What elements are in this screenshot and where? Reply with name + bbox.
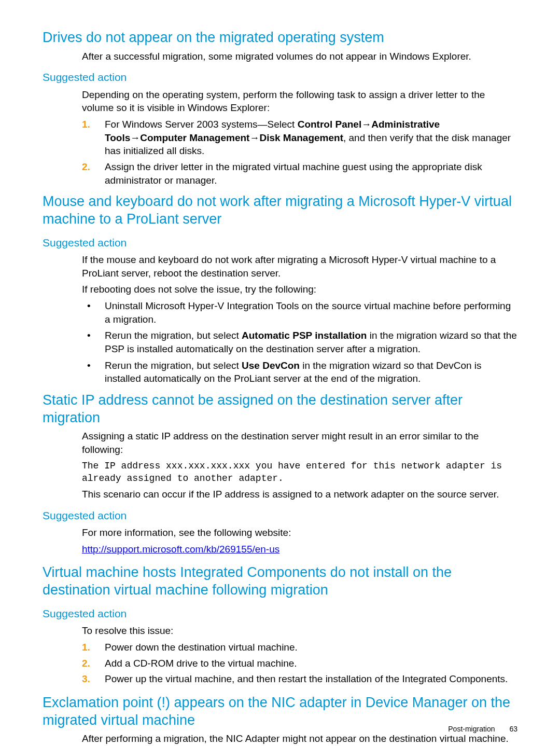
footer-section: Post-migration <box>448 725 495 733</box>
list-item: 1.Power down the destination virtual mac… <box>82 641 517 654</box>
list-item: Rerun the migration, but select Use DevC… <box>82 359 517 385</box>
section-body: If the mouse and keyboard do not work af… <box>82 253 517 385</box>
text-bold: Control Panel <box>298 119 362 130</box>
heading-suggested-action: Suggested action <box>43 236 517 250</box>
section-body: Assigning a static IP address on the des… <box>82 430 517 501</box>
text: Uninstall Microsoft Hyper-V Integration … <box>105 300 511 325</box>
heading-drives-not-appear: Drives do not appear on the migrated ope… <box>43 29 517 47</box>
list-item: 1. For Windows Server 2003 systems—Selec… <box>82 118 517 158</box>
text-bold: Disk Management <box>259 132 343 143</box>
list-marker: 2. <box>82 160 90 174</box>
heading-integrated-components: Virtual machine hosts Integrated Compone… <box>43 564 517 599</box>
ordered-list: 1. For Windows Server 2003 systems—Selec… <box>82 118 517 187</box>
list-marker: 1. <box>82 641 90 654</box>
page-number: 63 <box>509 725 517 733</box>
list-item: Rerun the migration, but select Automati… <box>82 329 517 355</box>
list-marker: 1. <box>82 118 90 131</box>
section-body: After performing a migration, the NIC Ad… <box>82 732 517 746</box>
paragraph: To resolve this issue: <box>82 624 517 638</box>
link-ms-kb[interactable]: http://support.microsoft.com/kb/269155/e… <box>82 544 279 555</box>
text: Power down the destination virtual machi… <box>105 642 298 653</box>
code-block: The IP address xxx.xxx.xxx.xxx you have … <box>82 460 517 485</box>
text: Power up the virtual machine, and then r… <box>105 673 508 684</box>
page: Drives do not appear on the migrated ope… <box>0 0 560 746</box>
section-body: Depending on the operating system, perfo… <box>82 88 517 187</box>
unordered-list: Uninstall Microsoft Hyper-V Integration … <box>82 299 517 385</box>
list-item: 2.Add a CD-ROM drive to the virtual mach… <box>82 657 517 670</box>
paragraph: After performing a migration, the NIC Ad… <box>82 732 517 746</box>
paragraph: Depending on the operating system, perfo… <box>82 88 517 115</box>
heading-nic-exclamation: Exclamation point (!) appears on the NIC… <box>43 694 517 729</box>
paragraph: This scenario can occur if the IP addres… <box>82 488 517 501</box>
section-body: For more information, see the following … <box>82 526 517 556</box>
text-bold: Use DevCon <box>242 360 300 371</box>
paragraph: For more information, see the following … <box>82 526 517 540</box>
heading-static-ip: Static IP address cannot be assigned on … <box>43 392 517 427</box>
list-item: 3.Power up the virtual machine, and then… <box>82 672 517 686</box>
section-body: To resolve this issue: 1.Power down the … <box>82 624 517 686</box>
paragraph: http://support.microsoft.com/kb/269155/e… <box>82 543 517 556</box>
section-body: After a successful migration, some migra… <box>82 50 517 63</box>
text: Add a CD-ROM drive to the virtual machin… <box>105 658 297 669</box>
list-item: Uninstall Microsoft Hyper-V Integration … <box>82 299 517 326</box>
ordered-list: 1.Power down the destination virtual mac… <box>82 641 517 686</box>
heading-suggested-action: Suggested action <box>43 508 517 523</box>
heading-suggested-action: Suggested action <box>43 70 517 85</box>
paragraph: If rebooting does not solve the issue, t… <box>82 283 517 296</box>
text: Assign the driver letter in the migrated… <box>105 161 482 186</box>
text-bold: Automatic PSP installation <box>242 330 367 341</box>
list-item: 2. Assign the driver letter in the migra… <box>82 160 517 187</box>
paragraph: If the mouse and keyboard do not work af… <box>82 253 517 280</box>
text: For Windows Server 2003 systems—Select <box>105 119 298 130</box>
paragraph: After a successful migration, some migra… <box>82 50 517 63</box>
page-footer: Post-migration 63 <box>448 724 517 734</box>
text: Rerun the migration, but select <box>105 360 242 371</box>
text-bold: Computer Management <box>140 132 249 143</box>
heading-mouse-keyboard: Mouse and keyboard do not work after mig… <box>43 193 517 228</box>
text: Rerun the migration, but select <box>105 330 242 341</box>
heading-suggested-action: Suggested action <box>43 606 517 621</box>
list-marker: 2. <box>82 657 90 670</box>
list-marker: 3. <box>82 672 90 686</box>
paragraph: Assigning a static IP address on the des… <box>82 430 517 456</box>
